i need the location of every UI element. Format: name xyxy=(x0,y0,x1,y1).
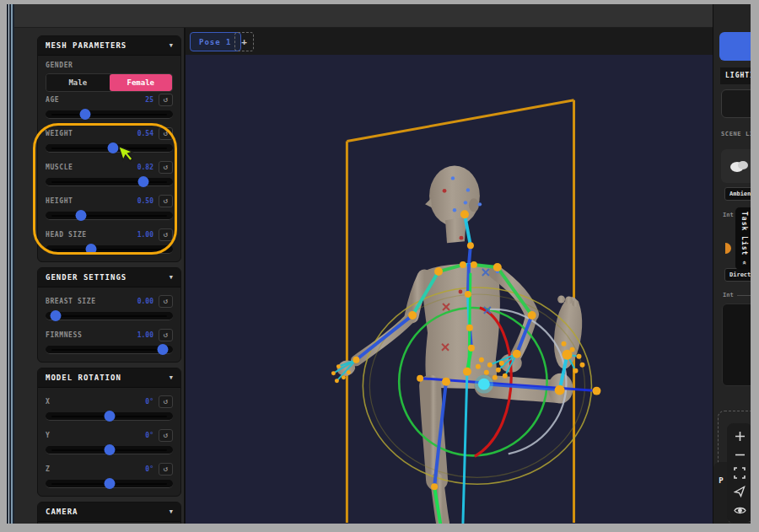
slider-handle[interactable] xyxy=(138,176,149,187)
slider-x: X 0° ↺ xyxy=(46,395,173,421)
slider-weight: WEIGHT 0.54 ↺ xyxy=(46,127,173,153)
viewport-3d-canvas[interactable] xyxy=(186,55,713,524)
reset-icon[interactable]: ↺ xyxy=(159,429,173,442)
chevron-down-icon[interactable]: ▼ xyxy=(170,42,173,49)
slider-label: Z xyxy=(46,465,145,473)
mesh-parameters-panel: MESH PARAMETERS ▼ GENDER Male Female AGE… xyxy=(37,35,181,262)
directional-button[interactable]: Directional xyxy=(724,268,751,282)
fit-view-icon[interactable] xyxy=(730,465,749,481)
camera-panel: CAMERA ▼ WIDTH HEIGHT xyxy=(37,502,181,524)
edge-line xyxy=(8,4,9,524)
panel-title: MESH PARAMETERS xyxy=(46,41,126,50)
slider-label: AGE xyxy=(46,96,145,104)
slider-height: HEIGHT 0.50 ↺ xyxy=(46,195,173,220)
slider-track[interactable] xyxy=(46,144,173,153)
add-pose-tab-button[interactable]: + xyxy=(234,32,254,51)
slider-head-size: HEAD SIZE 1.00 ↺ xyxy=(46,228,173,254)
slider-track[interactable] xyxy=(46,110,173,119)
slider-label: MUSCLE xyxy=(46,164,137,171)
human-figure xyxy=(335,165,586,523)
slider-value: 1.00 xyxy=(137,231,153,239)
tab-pose-1[interactable]: Pose 1 xyxy=(190,32,241,51)
slider-track[interactable] xyxy=(46,212,173,220)
slider-handle[interactable] xyxy=(157,344,168,355)
mesh-parameters-header[interactable]: MESH PARAMETERS ▼ xyxy=(38,36,180,56)
primary-action-button[interactable] xyxy=(719,32,751,61)
light-type-card[interactable] xyxy=(721,149,751,183)
slider-handle[interactable] xyxy=(104,478,115,489)
zoom-in-icon[interactable] xyxy=(730,427,749,444)
reset-icon[interactable]: ↺ xyxy=(159,395,173,408)
reset-icon[interactable]: ↺ xyxy=(159,329,173,341)
slider-track[interactable] xyxy=(46,245,173,254)
slider-track[interactable] xyxy=(46,346,173,354)
slider-handle[interactable] xyxy=(51,310,62,321)
slider-y: Y 0° ↺ xyxy=(46,429,173,454)
slider-value: 25 xyxy=(145,96,153,104)
gender-settings-header[interactable]: GENDER SETTINGS ▼ xyxy=(38,268,180,287)
gender-toggle: Male Female xyxy=(46,73,173,92)
lighting-input[interactable] xyxy=(721,89,751,118)
chevron-down-icon[interactable]: ▼ xyxy=(170,274,173,281)
ambient-button[interactable]: Ambient xyxy=(724,187,751,201)
application-window: MESH PARAMETERS ▼ GENDER Male Female AGE… xyxy=(0,0,759,532)
chevron-down-icon[interactable]: ▼ xyxy=(170,374,173,381)
slider-handle[interactable] xyxy=(108,142,119,153)
reset-icon[interactable]: ↺ xyxy=(159,463,173,476)
intensity-label: Int xyxy=(723,292,751,298)
slider-value: 0.00 xyxy=(137,298,153,305)
slider-age: AGE 25 ↺ xyxy=(46,94,173,119)
reset-icon[interactable]: ↺ xyxy=(159,295,173,308)
reset-icon[interactable]: ↺ xyxy=(159,228,173,241)
slider-firmness: FIRMNESS 1.00 ↺ xyxy=(46,329,173,354)
model-rotation-header[interactable]: MODEL ROTATION ▼ xyxy=(38,368,180,388)
gender-label: GENDER xyxy=(46,62,173,69)
parameters-sidebar: MESH PARAMETERS ▼ GENDER Male Female AGE… xyxy=(14,28,184,524)
slider-track[interactable] xyxy=(46,312,173,320)
scene-light-label: SCENE LIGHTING xyxy=(721,131,751,137)
slider-label: HEAD SIZE xyxy=(46,231,137,239)
task-list-tab[interactable]: Task List « xyxy=(735,207,751,270)
window-top-bar xyxy=(7,4,751,28)
female-button[interactable]: Female xyxy=(110,74,173,91)
slider-handle[interactable] xyxy=(79,109,90,120)
slider-handle[interactable] xyxy=(86,244,97,255)
zoom-out-icon[interactable] xyxy=(730,446,749,463)
slider-handle[interactable] xyxy=(104,444,115,455)
slider-muscle: MUSCLE 0.82 ↺ xyxy=(46,161,173,186)
lighting-panel-header[interactable]: LIGHTING xyxy=(720,67,751,84)
slider-label: X xyxy=(46,398,145,406)
slider-value: 0.82 xyxy=(137,164,153,171)
slider-handle[interactable] xyxy=(104,411,115,422)
slider-label: FIRMNESS xyxy=(46,331,137,339)
viewport-toolbar xyxy=(727,423,751,523)
panel-title: MODEL ROTATION xyxy=(46,373,121,382)
slider-track[interactable] xyxy=(46,412,173,421)
slider-value: 0° xyxy=(145,432,153,439)
task-list-label: Task List « xyxy=(740,212,748,266)
reset-icon[interactable]: ↺ xyxy=(159,127,173,140)
model-rotation-panel: MODEL ROTATION ▼ X 0° ↺ Y 0° ↺ Z 0° xyxy=(37,368,181,497)
male-button[interactable]: Male xyxy=(46,74,110,91)
left-edge-handle[interactable] xyxy=(7,4,14,524)
slider-handle[interactable] xyxy=(76,210,87,221)
reset-icon[interactable]: ↺ xyxy=(159,161,173,174)
slider-value: 1.00 xyxy=(137,331,153,339)
panel-title: GENDER SETTINGS xyxy=(46,273,126,282)
navigate-icon[interactable] xyxy=(730,483,749,500)
light-crescent-icon xyxy=(725,243,731,254)
main-column: Pose 1 + xyxy=(184,28,713,524)
edge-line xyxy=(11,4,13,524)
chevron-down-icon[interactable]: ▼ xyxy=(170,508,173,515)
camera-header[interactable]: CAMERA ▼ xyxy=(38,502,180,522)
slider-value: 0° xyxy=(145,465,153,473)
app-root: MESH PARAMETERS ▼ GENDER Male Female AGE… xyxy=(7,4,751,524)
slider-breast-size: BREAST SIZE 0.00 ↺ xyxy=(46,295,173,320)
slider-track[interactable] xyxy=(46,480,173,488)
reset-icon[interactable]: ↺ xyxy=(159,94,173,106)
reset-icon[interactable]: ↺ xyxy=(159,195,173,207)
visibility-eye-icon[interactable] xyxy=(730,502,749,519)
slider-track[interactable] xyxy=(46,446,173,454)
slider-z: Z 0° ↺ xyxy=(46,463,173,488)
slider-track[interactable] xyxy=(46,178,173,186)
